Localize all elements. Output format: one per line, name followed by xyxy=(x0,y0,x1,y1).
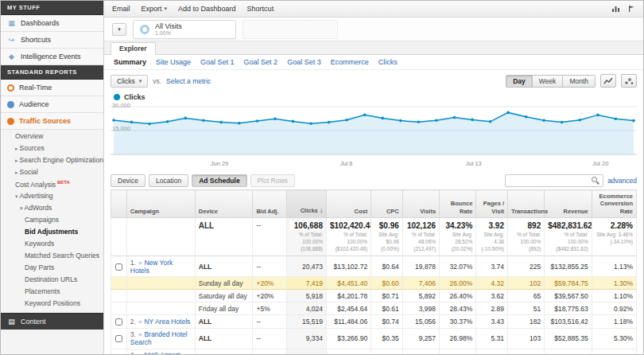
table-row: 4.»NYC Airport HotelsALL--9,324$11,478.8… xyxy=(111,349,637,355)
tab-goal-set-3[interactable]: Goal Set 3 xyxy=(287,58,321,66)
metric-cell: $0.35 xyxy=(371,328,403,349)
campaign-link[interactable]: NY Area Hotels xyxy=(144,318,190,326)
tab-explorer[interactable]: Explorer xyxy=(111,42,156,55)
sidebar-item-keywords[interactable]: Keywords xyxy=(1,238,103,250)
tab-clicks[interactable]: Clicks xyxy=(378,58,398,66)
sidebar-item-adwords[interactable]: ▾AdWords xyxy=(1,202,103,214)
column-header-pages-visit[interactable]: Pages / Visit xyxy=(476,190,508,218)
tab-summary[interactable]: Summary xyxy=(114,58,146,66)
sidebar-item-real-time[interactable]: Real-Time xyxy=(1,80,103,96)
column-header-bounce-rate[interactable]: Bounce Rate xyxy=(440,190,476,218)
tab-goal-set-2[interactable]: Goal Set 2 xyxy=(244,58,278,66)
sidebar-item-seo[interactable]: ▸Search Engine Optimization xyxy=(1,154,103,166)
chevron-right-icon: ▸ xyxy=(15,170,18,175)
column-header-device[interactable]: Device xyxy=(195,190,253,218)
email-button[interactable]: Email xyxy=(112,5,130,13)
metric-cell: 8,225 xyxy=(402,349,439,355)
table-row: 1.»New York HotelsALL--20,473$13,102.72$… xyxy=(111,256,637,277)
sidebar-item-label: Cost Analysis xyxy=(15,180,56,188)
flag-icon[interactable] xyxy=(627,5,635,13)
sidebar-item-label: Intelligence Events xyxy=(21,53,81,60)
bid-adj-cell: -- xyxy=(253,315,287,328)
segment-all-visits[interactable]: All Visits 1.00% xyxy=(133,20,236,39)
column-header-cost[interactable]: Cost xyxy=(326,190,370,218)
granularity-month-button[interactable]: Month xyxy=(563,75,596,88)
metric-cell: 26.00% xyxy=(440,277,476,290)
tab-ecommerce[interactable]: Ecommerce xyxy=(331,58,369,66)
column-header-transactions[interactable]: Transactions xyxy=(507,190,544,218)
search-icon[interactable] xyxy=(592,177,600,185)
shortcut-button[interactable]: Shortcut xyxy=(247,5,274,13)
x-axis-tick: Jul 20 xyxy=(592,160,608,167)
dimension-tab-ad-schedule[interactable]: Ad Schedule xyxy=(192,174,246,187)
table-search-input[interactable] xyxy=(508,176,592,186)
segment-empty-slot[interactable] xyxy=(242,20,338,39)
sidebar-item-sources[interactable]: ▸Sources xyxy=(1,142,103,154)
sidebar-item-cost-analysis[interactable]: Cost AnalysisBETA xyxy=(1,178,103,190)
column-header-cpc[interactable]: CPC xyxy=(371,190,403,218)
sidebar-item-traffic-sources[interactable]: Traffic Sources xyxy=(1,113,103,130)
metric-cell: $13,102.72 xyxy=(326,256,370,277)
metric-cell: 3.62 xyxy=(476,290,508,302)
column-header-campaign[interactable]: Campaign xyxy=(126,190,195,218)
sidebar-item-social[interactable]: ▸Social xyxy=(1,166,103,178)
column-header-clicks[interactable]: Clicks ↓ xyxy=(287,190,327,218)
summary-metric-cell: 102,126% of Total: 48.06% (212,497) xyxy=(402,218,439,256)
table-summary-row: ALL--106,688% of Total: 100.00% (106,688… xyxy=(111,218,637,256)
row-checkbox[interactable] xyxy=(115,335,122,342)
campaign-icon: » xyxy=(138,259,142,267)
sidebar-item-keyword-positions[interactable]: Keyword Positions xyxy=(1,298,103,310)
metric-cell: $0.60 xyxy=(371,277,403,290)
campaign-link[interactable]: New York Hotels xyxy=(130,259,173,275)
column-header-ecommerce-conversion-rate[interactable]: Ecommerce Conversion Rate xyxy=(592,190,636,218)
device-cell: ALL xyxy=(195,256,253,277)
metric-dropdown[interactable]: Clicks ▾ xyxy=(111,75,148,88)
motion-chart-type-button[interactable] xyxy=(621,74,637,88)
granularity-day-button[interactable]: Day xyxy=(506,75,533,88)
metric-cell: $3,266.90 xyxy=(326,328,370,349)
sidebar-item-overview[interactable]: Overview xyxy=(1,130,103,142)
tab-site-usage[interactable]: Site Usage xyxy=(156,58,191,66)
sidebar-item-destination-urls[interactable]: Destination URLs xyxy=(1,274,103,286)
metric-value: $482,831.62 xyxy=(548,221,588,230)
sidebar-item-content[interactable]: ▤ Content xyxy=(1,313,103,330)
stats-icon[interactable] xyxy=(611,5,620,13)
sidebar-item-advertising[interactable]: ▾Advertising xyxy=(1,190,103,202)
sidebar-item-audience[interactable]: Audience xyxy=(1,96,103,113)
metric-cell: 5.30% xyxy=(592,328,636,349)
campaign-cell: 1.»New York Hotels xyxy=(126,256,195,277)
sidebar-item-shortcuts[interactable]: ↪ Shortcuts xyxy=(1,32,103,49)
sidebar-item-placements[interactable]: Placements xyxy=(1,286,103,298)
dimension-tab-location[interactable]: Location xyxy=(149,174,188,187)
export-button[interactable]: Export ▾ xyxy=(142,5,168,13)
metric-cell: 19,878 xyxy=(402,256,439,277)
sidebar-item-bid-adjustments[interactable]: Bid Adjustments xyxy=(1,226,103,238)
sidebar-item-matched-search-queries[interactable]: Matched Search Queries xyxy=(1,250,103,262)
series-dot-icon xyxy=(114,94,120,100)
metric-subtext: Site Avg: 3.46% (-34.10%) xyxy=(596,232,633,246)
metric-value: 34.23% xyxy=(443,221,472,230)
advanced-search-link[interactable]: advanced xyxy=(607,177,637,185)
row-checkbox[interactable] xyxy=(115,263,122,271)
column-header-bid-adj[interactable]: Bid Adj. xyxy=(253,190,287,218)
tab-goal-set-1[interactable]: Goal Set 1 xyxy=(200,58,235,66)
granularity-toggle: Day Week Month xyxy=(506,75,596,88)
select-metric-link[interactable]: Select a metric xyxy=(166,77,211,85)
sidebar-item-day-parts[interactable]: Day Parts xyxy=(1,262,103,274)
dimension-tab-device[interactable]: Device xyxy=(111,174,145,187)
column-header-revenue[interactable]: Revenue xyxy=(545,190,592,218)
metric-cell: 3,998 xyxy=(402,302,439,315)
segments-collapse-button[interactable]: ▾ xyxy=(112,23,126,36)
sidebar-item-intelligence-events[interactable]: ◆ Intelligence Events xyxy=(1,49,103,65)
column-header-visits[interactable]: Visits xyxy=(402,190,439,218)
column-label: Cost xyxy=(354,208,367,215)
add-to-dashboard-button[interactable]: Add to Dashboard xyxy=(178,5,236,13)
metric-cell: 5,892 xyxy=(402,290,439,302)
chart-canvas[interactable] xyxy=(111,103,637,159)
row-checkbox[interactable] xyxy=(115,318,122,326)
line-chart-type-button[interactable] xyxy=(600,74,616,88)
sidebar-item-dashboards[interactable]: ▦ Dashboards xyxy=(1,15,103,32)
sidebar-item-campaigns[interactable]: Campaigns xyxy=(1,214,103,226)
metric-cell: 3.74 xyxy=(476,256,508,277)
granularity-week-button[interactable]: Week xyxy=(533,75,564,88)
